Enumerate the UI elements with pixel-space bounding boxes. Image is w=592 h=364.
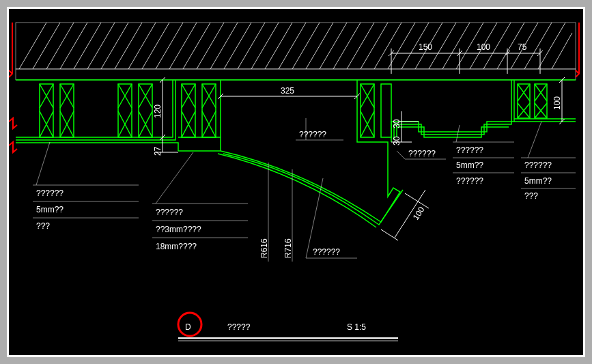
svg-line-8 (115, 23, 142, 69)
svg-line-23 (320, 23, 347, 69)
svg-line-24 (333, 23, 361, 69)
svg-rect-87 (381, 84, 391, 137)
svg-rect-93 (535, 84, 547, 118)
title-text: ????? (227, 322, 251, 332)
label-l13: ?????? (524, 160, 552, 170)
inner-frame: 150 100 75 325 120 27 100 30 30 100 R616… (7, 7, 585, 357)
label-l8: ?????? (313, 247, 340, 257)
svg-line-32 (442, 23, 470, 69)
svg-line-13 (183, 23, 210, 69)
svg-line-19 (265, 23, 292, 69)
svg-line-25 (347, 23, 374, 69)
svg-line-1 (19, 23, 46, 69)
svg-rect-82 (361, 84, 374, 137)
label-l9: ?????? (408, 149, 436, 158)
svg-line-15 (210, 23, 238, 69)
svg-rect-77 (202, 84, 216, 137)
svg-line-5 (74, 23, 101, 69)
dim-150: 150 (419, 42, 432, 52)
title-marker: D (178, 313, 201, 336)
profile-main (16, 80, 576, 227)
svg-line-7 (101, 23, 128, 69)
dim-30a-text: 30 (392, 119, 401, 128)
svg-line-10 (142, 23, 169, 69)
title-letter: D (185, 322, 191, 332)
dim-75: 75 (518, 42, 527, 52)
cad-drawing: 150 100 75 325 120 27 100 30 30 100 R616… (9, 9, 583, 355)
label-l10: ?????? (456, 145, 483, 155)
svg-line-16 (224, 23, 251, 69)
svg-line-26 (361, 23, 388, 69)
label-l4: ?????? (156, 208, 183, 217)
label-l14: 5mm?? (524, 176, 552, 186)
svg-rect-72 (182, 84, 195, 137)
label-l1: ?????? (36, 188, 64, 198)
svg-line-18 (251, 23, 279, 69)
hatch-concrete (16, 23, 576, 80)
svg-rect-62 (118, 84, 132, 137)
label-l5: ??3mm???? (156, 225, 201, 234)
svg-line-12 (169, 23, 197, 69)
svg-line-28 (388, 23, 415, 69)
svg-line-20 (279, 23, 306, 69)
svg-line-4 (60, 23, 87, 69)
label-l3: ??? (36, 221, 50, 231)
svg-line-27 (374, 23, 401, 69)
dim-27-text: 27 (153, 146, 163, 156)
svg-line-3 (46, 23, 74, 69)
svg-line-21 (292, 23, 320, 69)
svg-line-38 (524, 23, 552, 69)
svg-rect-41 (16, 69, 576, 80)
svg-line-22 (306, 23, 333, 69)
dim-325-text: 325 (281, 86, 294, 96)
label-l11: 5mm?? (456, 160, 483, 170)
svg-line-2 (33, 23, 60, 69)
svg-line-6 (87, 23, 115, 69)
svg-rect-0 (16, 23, 576, 69)
break-marker (9, 118, 17, 152)
svg-line-132 (456, 125, 460, 142)
svg-line-114 (381, 229, 398, 240)
svg-line-39 (538, 23, 565, 69)
svg-line-17 (238, 23, 265, 69)
dim-120-text: 120 (153, 104, 163, 118)
svg-line-122 (397, 151, 405, 159)
svg-line-11 (156, 23, 183, 69)
svg-line-14 (197, 23, 224, 69)
app-frame: 150 100 75 325 120 27 100 30 30 100 R616… (0, 0, 592, 364)
dim-100c-text: 100 (411, 205, 427, 222)
label-l7: ?????? (299, 130, 326, 139)
dim-100b-text: 100 (552, 96, 562, 110)
r716-text: R716 (283, 238, 293, 258)
svg-rect-52 (40, 84, 53, 137)
svg-rect-67 (139, 84, 152, 137)
label-l12: ?????? (456, 176, 483, 186)
svg-line-40 (552, 33, 572, 69)
svg-line-136 (528, 122, 541, 158)
dim-30b-text: 30 (392, 136, 401, 145)
svg-rect-57 (60, 84, 74, 137)
r616-text: R616 (259, 238, 269, 258)
svg-line-124 (36, 142, 50, 185)
dim-100a: 100 (477, 42, 490, 52)
svg-line-31 (429, 23, 456, 69)
label-l15: ??? (524, 191, 538, 201)
svg-line-115 (405, 193, 429, 208)
svg-line-9 (128, 23, 156, 69)
title-scale: S 1:5 (347, 322, 366, 332)
svg-line-120 (306, 178, 323, 258)
svg-rect-88 (518, 84, 530, 118)
drawing-canvas: 150 100 75 325 120 27 100 30 30 100 R616… (9, 9, 583, 355)
svg-line-128 (156, 152, 193, 204)
label-l2: 5mm?? (36, 205, 64, 214)
label-l6: 18mm???? (156, 242, 197, 251)
